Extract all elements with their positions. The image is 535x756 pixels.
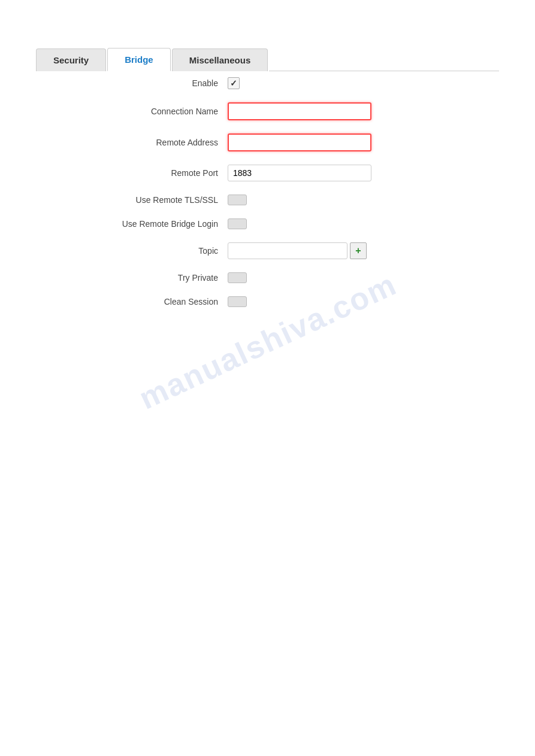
topic-add-button[interactable]: +	[350, 242, 367, 259]
remote-address-control	[228, 133, 371, 151]
use-remote-bridge-login-label: Use Remote Bridge Login	[36, 219, 228, 229]
use-remote-tls-checkbox[interactable]	[228, 195, 247, 205]
tab-bridge[interactable]: Bridge	[107, 48, 171, 71]
enable-row: Enable	[36, 77, 499, 89]
form-container: Enable Connection Name Remote Address Re…	[36, 71, 499, 307]
use-remote-bridge-login-row: Use Remote Bridge Login	[36, 218, 499, 229]
tabs-bar: Security Bridge Miscellaneous	[36, 48, 499, 71]
clean-session-control	[228, 296, 371, 307]
topic-control: +	[228, 242, 371, 259]
connection-name-control	[228, 102, 371, 120]
use-remote-tls-label: Use Remote TLS/SSL	[36, 195, 228, 205]
remote-address-input[interactable]	[228, 133, 371, 151]
use-remote-bridge-login-control	[228, 218, 371, 229]
connection-name-label: Connection Name	[36, 107, 228, 116]
plus-icon: +	[355, 246, 361, 256]
connection-name-row: Connection Name	[36, 102, 499, 120]
use-remote-tls-row: Use Remote TLS/SSL	[36, 195, 499, 205]
topic-input[interactable]	[228, 242, 347, 259]
tab-security[interactable]: Security	[36, 48, 106, 71]
remote-port-control	[228, 165, 371, 181]
try-private-control	[228, 272, 371, 283]
page-container: Security Bridge Miscellaneous Enable Con…	[0, 0, 535, 756]
use-remote-bridge-login-checkbox[interactable]	[228, 218, 247, 229]
clean-session-checkbox[interactable]	[228, 296, 247, 307]
clean-session-row: Clean Session	[36, 296, 499, 307]
enable-checkbox[interactable]	[228, 77, 240, 89]
remote-port-row: Remote Port	[36, 165, 499, 181]
topic-label: Topic	[36, 246, 228, 256]
topic-row: Topic +	[36, 242, 499, 259]
try-private-checkbox[interactable]	[228, 272, 247, 283]
remote-port-input[interactable]	[228, 165, 371, 181]
enable-label: Enable	[36, 78, 228, 88]
connection-name-input[interactable]	[228, 102, 371, 120]
remote-address-row: Remote Address	[36, 133, 499, 151]
remote-port-label: Remote Port	[36, 168, 228, 178]
use-remote-tls-control	[228, 195, 371, 205]
tab-miscellaneous[interactable]: Miscellaneous	[172, 48, 268, 71]
tab-divider	[269, 71, 499, 71]
clean-session-label: Clean Session	[36, 297, 228, 306]
try-private-label: Try Private	[36, 273, 228, 283]
remote-address-label: Remote Address	[36, 138, 228, 147]
try-private-row: Try Private	[36, 272, 499, 283]
enable-control	[228, 77, 371, 89]
